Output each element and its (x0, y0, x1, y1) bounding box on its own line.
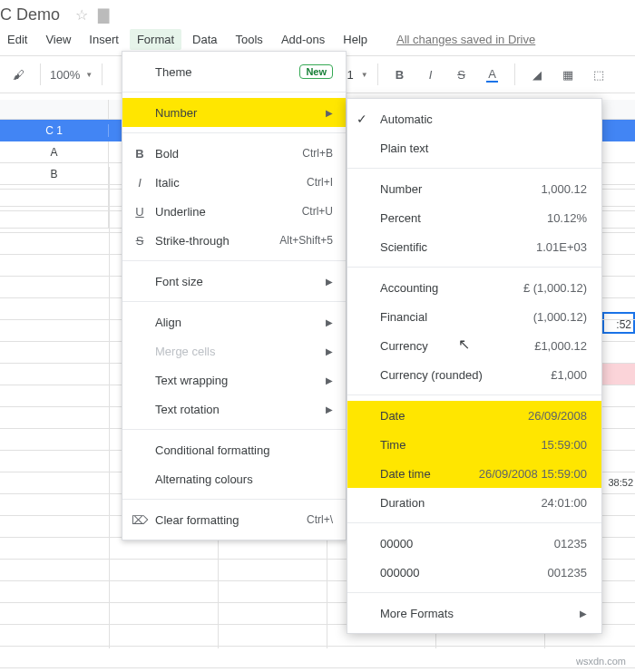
format-plain-text[interactable]: Plain text (347, 133, 601, 162)
label: Strike-through (155, 234, 279, 248)
folder-icon[interactable]: ▇ (96, 7, 111, 22)
label: Percent (380, 211, 547, 225)
label: Italic (155, 176, 307, 190)
doc-title[interactable]: C Demo (0, 5, 60, 24)
clear-formatting-icon: ⌦ (132, 513, 148, 527)
chevron-right-icon: ▶ (326, 375, 333, 385)
shortcut: Alt+Shift+5 (279, 234, 333, 247)
example: 1.01E+03 (536, 240, 587, 254)
col-header-a[interactable] (0, 100, 109, 119)
format-currency[interactable]: Currency£1,000.12 (347, 331, 601, 360)
label: Bold (155, 147, 302, 161)
example: 10.12% (547, 211, 587, 225)
format-financial[interactable]: Financial(1,000.12) (347, 302, 601, 331)
zoom-control[interactable]: 100% ▼ (50, 68, 93, 82)
merge-cells-icon[interactable]: ⬚ (586, 62, 611, 87)
text-color-icon[interactable]: A (480, 62, 505, 87)
bold-icon[interactable]: B (387, 62, 413, 87)
example: 24:01:00 (541, 496, 587, 510)
label: Alternating colours (155, 472, 333, 486)
italic-icon: I (132, 176, 148, 190)
menu-view[interactable]: View (38, 29, 78, 50)
shortcut: Ctrl+I (307, 176, 333, 189)
format-duration[interactable]: Duration24:01:00 (347, 488, 601, 517)
label: Date (380, 409, 528, 423)
strikethrough-icon[interactable]: S (449, 62, 474, 87)
star-icon[interactable]: ☆ (74, 7, 89, 22)
menu-data[interactable]: Data (185, 29, 224, 50)
menu-fontsize[interactable]: Font size ▶ (122, 267, 346, 296)
menu-number[interactable]: Number ▶ (122, 98, 346, 127)
format-automatic[interactable]: ✓ Automatic (347, 104, 601, 133)
chevron-right-icon: ▶ (326, 277, 333, 287)
menu-text-wrapping[interactable]: Text wrapping ▶ (122, 365, 346, 394)
menu-addons[interactable]: Add-ons (274, 29, 332, 50)
strikethrough-icon: S (132, 234, 148, 248)
hdr-c1: C 1 (0, 124, 109, 137)
chevron-right-icon: ▶ (326, 317, 333, 327)
format-percent[interactable]: Percent10.12% (347, 203, 601, 232)
label: Text rotation (155, 403, 326, 416)
shortcut: Ctrl+B (302, 147, 333, 160)
paint-format-icon[interactable]: 🖌 (5, 62, 31, 87)
label: Font size (155, 275, 326, 288)
menu-align[interactable]: Align ▶ (122, 307, 346, 336)
cell[interactable]: A (0, 141, 109, 162)
format-scientific[interactable]: Scientific1.01E+03 (347, 232, 601, 261)
separator (122, 92, 346, 93)
label: Align (155, 316, 326, 329)
separator (102, 63, 103, 85)
check-icon: ✓ (357, 112, 367, 126)
separator (377, 63, 378, 85)
new-badge: New (299, 64, 333, 79)
format-number[interactable]: Number1,000.12 (347, 174, 601, 203)
menu-text-rotation[interactable]: Text rotation ▶ (122, 394, 346, 424)
example: £1,000.12 (534, 339, 587, 353)
menu-clear-formatting[interactable]: ⌦ Clear formatting Ctrl+\ (122, 505, 346, 534)
separator (40, 63, 41, 85)
menu-conditional-formatting[interactable]: Conditional formatting (122, 435, 346, 464)
menu-bold[interactable]: B Bold Ctrl+B (122, 139, 346, 168)
format-more-formats[interactable]: More Formats▶ (347, 599, 601, 628)
format-time[interactable]: Time15:59:00 (347, 430, 601, 459)
separator (122, 429, 346, 430)
label: Underline (155, 205, 302, 219)
bold-icon: B (132, 147, 148, 161)
menu-theme[interactable]: Theme New (122, 57, 346, 86)
menu-underline[interactable]: U Underline Ctrl+U (122, 197, 346, 226)
format-datetime[interactable]: Date time26/09/2008 15:59:00 (347, 459, 601, 488)
saved-message[interactable]: All changes saved in Drive (396, 33, 535, 46)
label: Scientific (380, 240, 536, 254)
menu-edit[interactable]: Edit (0, 29, 34, 50)
chevron-right-icon: ▶ (580, 609, 587, 618)
shortcut: Ctrl+U (302, 205, 333, 218)
format-date[interactable]: Date26/09/2008 (347, 401, 601, 430)
menu-alternating-colours[interactable]: Alternating colours (122, 464, 346, 493)
format-000000[interactable]: 000000001235 (347, 558, 601, 587)
menu-strikethrough[interactable]: S Strike-through Alt+Shift+5 (122, 226, 346, 255)
menu-format[interactable]: Format (130, 29, 181, 50)
example: 1,000.12 (541, 182, 587, 196)
label: Accounting (380, 281, 523, 295)
chevron-right-icon: ▶ (326, 346, 333, 356)
format-00000[interactable]: 0000001235 (347, 529, 601, 558)
separator (347, 168, 601, 169)
label: Date time (380, 467, 479, 481)
separator (122, 499, 346, 500)
menu-italic[interactable]: I Italic Ctrl+I (122, 168, 346, 197)
label: Currency (380, 339, 534, 353)
chevron-down-icon: ▼ (85, 71, 93, 79)
label: Text wrapping (155, 374, 326, 387)
format-currency-rounded[interactable]: Currency (rounded)£1,000 (347, 360, 601, 389)
menu-tools[interactable]: Tools (229, 29, 270, 50)
borders-icon[interactable]: ▦ (555, 62, 581, 87)
label: Automatic (380, 112, 587, 126)
menu-insert[interactable]: Insert (82, 29, 126, 50)
format-accounting[interactable]: Accounting£ (1,000.12) (347, 273, 601, 302)
menu-help[interactable]: Help (336, 29, 375, 50)
fill-color-icon[interactable]: ◢ (524, 62, 550, 87)
example: 01235 (554, 537, 587, 550)
number-format-submenu: ✓ Automatic Plain text Number1,000.12 Pe… (347, 98, 602, 634)
italic-icon[interactable]: I (418, 62, 444, 87)
label: Number (155, 106, 326, 120)
